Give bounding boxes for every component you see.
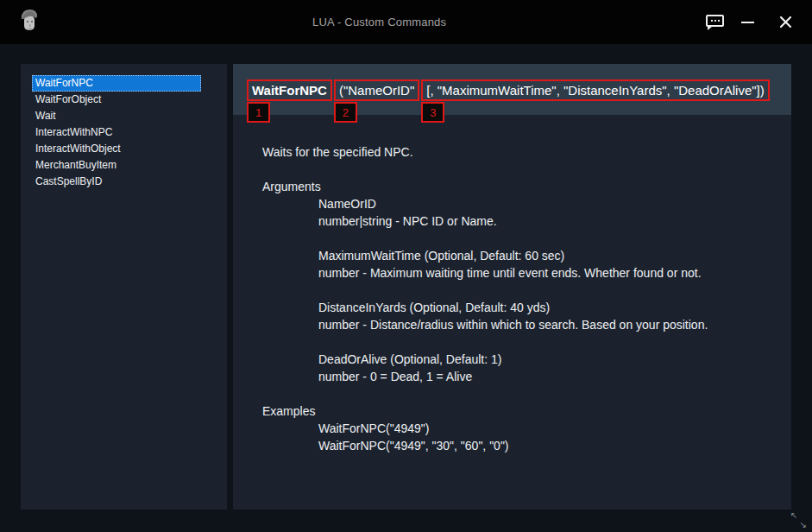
command-list-panel: WaitForNPC WaitForObject Wait InteractWi…: [21, 64, 227, 510]
signature-segment-arg1: ("NameOrID" 2: [334, 79, 419, 101]
app-window: LUA - Custom Commands WaitForNPC WaitFor…: [0, 0, 812, 532]
doc-line: number - 0 = Dead, 1 = Alive: [262, 368, 777, 385]
signature-segment-text: ("NameOrID": [339, 83, 414, 98]
doc-line: number - Distance/radius within which to…: [262, 316, 777, 333]
doc-line: number|string - NPC ID or Name.: [262, 212, 777, 230]
doc-panel: WaitForNPC 1 ("NameOrID" 2 [, "MaximumWa…: [233, 64, 791, 510]
doc-body: Waits for the specified NPC. Arguments N…: [233, 115, 791, 510]
signature-header: WaitForNPC 1 ("NameOrID" 2 [, "MaximumWa…: [233, 64, 791, 115]
doc-line: Waits for the specified NPC.: [262, 143, 777, 161]
close-button[interactable]: [777, 14, 794, 30]
doc-line: NameOrID: [262, 195, 777, 212]
doc-line: DeadOrAlive (Optional, Default: 1): [262, 351, 777, 368]
signature-segment-optional-args: [, "MaximumWaitTime", "DistanceInYards",…: [421, 79, 769, 101]
doc-line: [262, 282, 777, 299]
list-item-castspellbyid[interactable]: CastSpellByID: [32, 174, 201, 190]
minimize-icon: [741, 22, 754, 23]
doc-line: [262, 333, 777, 351]
doc-line: WaitForNPC("4949"): [262, 420, 777, 437]
command-listbox: WaitForNPC WaitForObject Wait InteractWi…: [32, 75, 201, 190]
command-signature: WaitForNPC 1 ("NameOrID" 2 [, "MaximumWa…: [247, 79, 770, 101]
doc-section-examples: Examples: [262, 402, 777, 420]
annotation-tag-3: 3: [421, 102, 444, 123]
list-item-interactwithnpc[interactable]: InteractWithNPC: [32, 124, 201, 141]
signature-segment-text: WaitForNPC: [252, 83, 327, 98]
doc-line: number - Maximum waiting time until even…: [262, 264, 777, 282]
signature-segment-command: WaitForNPC 1: [247, 79, 332, 101]
list-item-wait[interactable]: Wait: [32, 108, 201, 124]
feedback-button[interactable]: [706, 11, 724, 34]
annotation-tag-2: 2: [334, 102, 357, 123]
doc-line: MaximumWaitTime (Optional, Default: 60 s…: [262, 247, 777, 264]
minimize-button[interactable]: [740, 16, 756, 28]
doc-line: [262, 230, 777, 247]
window-title: LUA - Custom Commands: [312, 16, 446, 28]
annotation-tag-1: 1: [247, 102, 270, 123]
doc-line: [262, 161, 777, 178]
list-item-merchantbuyitem[interactable]: MerchantBuyItem: [32, 157, 201, 174]
doc-section-arguments: Arguments: [262, 178, 777, 195]
close-icon: [779, 16, 792, 28]
signature-segment-text: [, "MaximumWaitTime", "DistanceInYards",…: [426, 83, 764, 98]
doc-line: WaitForNPC("4949", "30", "60", "0"): [262, 437, 777, 454]
list-item-interactwithobject[interactable]: InteractWithObject: [32, 141, 201, 157]
app-logo-icon: [19, 8, 40, 36]
doc-line: DistanceInYards (Optional, Default: 40 y…: [262, 299, 777, 316]
titlebar-buttons: [706, 0, 794, 44]
resize-grip-icon[interactable]: ↖↘: [790, 511, 808, 529]
doc-line: [262, 385, 777, 402]
list-item-waitforobject[interactable]: WaitForObject: [32, 92, 201, 108]
title-bar[interactable]: LUA - Custom Commands: [0, 0, 812, 44]
speech-bubble-dots-icon: [706, 15, 724, 27]
list-item-waitfornpc[interactable]: WaitForNPC: [32, 75, 201, 92]
